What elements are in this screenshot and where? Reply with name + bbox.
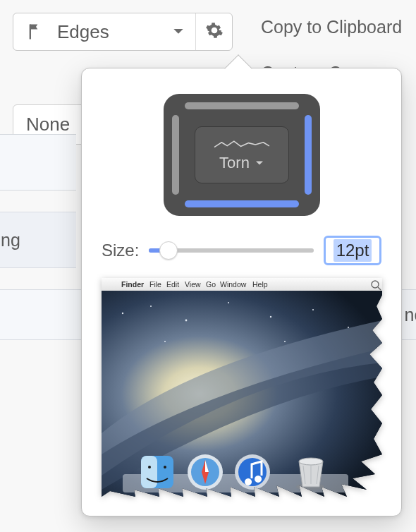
copy-to-clipboard-action[interactable]: Copy to Clipboard: [261, 17, 402, 37]
size-label: Size:: [102, 241, 139, 260]
edge-right-toggle[interactable]: [305, 115, 312, 195]
size-row: Size: 12pt: [102, 236, 381, 265]
row-text-fragment: ling: [0, 230, 20, 250]
svg-point-5: [228, 302, 229, 303]
bg-strip: [0, 134, 76, 191]
edges-combo: Edges: [13, 13, 233, 51]
gear-icon: [205, 21, 224, 42]
svg-point-9: [284, 341, 286, 342]
edges-bookmark-icon: [25, 20, 47, 43]
bg-row-fragment: ling: [0, 212, 76, 268]
svg-point-32: [299, 458, 323, 465]
svg-text:View: View: [185, 280, 201, 289]
none-dropdown-label: None: [26, 114, 70, 135]
svg-point-3: [150, 306, 152, 307]
dock-finder-icon: [141, 456, 173, 488]
svg-point-7: [312, 309, 314, 310]
torn-preview-icon: [214, 138, 270, 151]
svg-text:Go: Go: [206, 280, 216, 289]
dock-safari-icon: [188, 454, 223, 490]
chevron-down-icon: [255, 157, 264, 169]
edge-style-label: Torn: [219, 154, 250, 172]
svg-point-4: [185, 320, 188, 322]
edges-dropdown-label: Edges: [57, 21, 163, 43]
size-input-value: 12pt: [334, 239, 372, 262]
svg-text:Finder: Finder: [121, 280, 144, 289]
svg-text:Edit: Edit: [166, 280, 179, 289]
svg-point-23: [148, 466, 151, 468]
dock-trash-icon: [296, 458, 324, 490]
svg-point-6: [270, 316, 271, 318]
svg-point-10: [164, 341, 166, 342]
edge-style-dropdown[interactable]: Torn: [195, 126, 289, 183]
svg-point-24: [164, 466, 166, 468]
chevron-down-icon: [173, 25, 184, 40]
svg-rect-22: [141, 456, 157, 488]
dock-itunes-icon: [235, 454, 270, 490]
preview-image: Finder File Edit View Go Window Help: [102, 278, 382, 497]
size-slider[interactable]: [149, 241, 314, 260]
svg-text:Help: Help: [252, 280, 268, 289]
svg-point-8: [348, 327, 349, 328]
edge-selector-widget: Torn: [164, 94, 320, 216]
svg-text:File: File: [149, 280, 161, 289]
svg-text:Window: Window: [220, 280, 247, 289]
edges-settings-button[interactable]: [195, 13, 232, 50]
edges-popover: Torn Size: 12pt: [81, 68, 402, 516]
edge-top-toggle[interactable]: [185, 102, 299, 109]
edge-bottom-toggle[interactable]: [185, 200, 299, 207]
size-input[interactable]: 12pt: [324, 236, 381, 265]
edge-left-toggle[interactable]: [172, 115, 179, 195]
svg-point-2: [122, 313, 123, 314]
edges-dropdown-button[interactable]: Edges: [13, 13, 195, 50]
slider-thumb[interactable]: [159, 241, 178, 260]
row-text-fragment-2: nc: [405, 305, 416, 325]
